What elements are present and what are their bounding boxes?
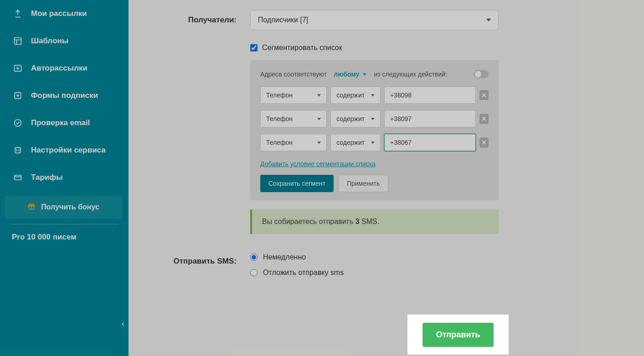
apply-segment-button[interactable]: Применить [338, 175, 388, 192]
sidebar: Мои рассылки Шаблоны Авторассылки Формы … [0, 0, 129, 356]
send-sms-label: Отправить SMS: [148, 251, 250, 266]
check-circle-icon [13, 118, 23, 127]
automation-icon [13, 64, 23, 73]
condition-op-select[interactable]: содержит [330, 110, 381, 127]
sidebar-item-label: Авторассылки [31, 64, 88, 73]
svg-rect-4 [15, 147, 21, 153]
sidebar-item-campaigns[interactable]: Мои рассылки [0, 0, 129, 27]
match-mode-value: любому [334, 71, 360, 78]
sidebar-item-label: Мои рассылки [31, 9, 87, 18]
chevron-down-icon [317, 118, 321, 120]
condition-field-select[interactable]: Телефон [260, 86, 327, 104]
cond-op-value: содержит [336, 92, 365, 99]
radio-delay-input[interactable] [250, 269, 258, 276]
chevron-down-icon [486, 19, 491, 21]
info-count: 3 [355, 218, 360, 225]
condition-row: Телефон содержит ✕ [260, 134, 489, 151]
info-banner: Вы собираетесь отправить 3 SMS. [250, 209, 499, 234]
remove-condition-button[interactable]: ✕ [479, 137, 489, 147]
add-condition-link[interactable]: Добавить условие сегментации списка [260, 160, 376, 168]
radio-delay-label: Отложить отправку sms [263, 269, 344, 277]
plan-info: Pro 10 000 писем [0, 230, 129, 244]
sidebar-item-verify[interactable]: Проверка email [0, 109, 129, 137]
condition-op-select[interactable]: содержит [330, 134, 381, 151]
send-highlight-box: Отправить [407, 315, 509, 355]
segment-prefix: Адреса соответствуют [260, 71, 327, 78]
radio-send-now[interactable]: Немедленно [250, 253, 499, 261]
cond-field-value: Телефон [266, 139, 293, 146]
segment-panel: Адреса соответствуют любому из следующих… [250, 60, 499, 200]
collapse-sidebar-button[interactable] [118, 319, 129, 330]
svg-rect-5 [15, 175, 21, 180]
chevron-down-icon [371, 94, 375, 97]
condition-field-select[interactable]: Телефон [260, 134, 327, 151]
match-mode-select[interactable]: любому [334, 71, 367, 78]
chevron-down-icon [317, 94, 321, 97]
gift-icon [27, 202, 36, 212]
divider [11, 224, 118, 224]
svg-point-3 [15, 120, 21, 127]
sidebar-item-templates[interactable]: Шаблоны [0, 27, 129, 55]
sidebar-item-pricing[interactable]: Тарифы [0, 164, 129, 191]
sidebar-item-label: Формы подписки [31, 91, 98, 100]
chevron-down-icon [317, 142, 321, 144]
sidebar-item-label: Тарифы [31, 173, 63, 182]
settings-icon [13, 146, 23, 155]
segment-checkbox[interactable] [250, 44, 258, 51]
condition-value-input[interactable] [384, 110, 476, 127]
recipients-label: Получатели: [148, 10, 250, 25]
condition-value-input[interactable] [384, 86, 476, 104]
radio-now-label: Немедленно [263, 253, 306, 261]
info-prefix: Вы собираетесь отправить [262, 218, 355, 225]
svg-rect-0 [15, 38, 21, 45]
remove-condition-button[interactable]: ✕ [479, 114, 489, 124]
segment-checkbox-label: Сегментировать список [262, 44, 342, 52]
condition-row: Телефон содержит ✕ [260, 110, 489, 127]
recipients-dropdown[interactable]: Подписчики [7] [250, 10, 499, 30]
condition-op-select[interactable]: содержит [330, 86, 381, 104]
condition-row: Телефон содержит ✕ [260, 86, 489, 104]
cond-op-value: содержит [336, 139, 365, 146]
main-panel: Получатели: Подписчики [7] Сегментироват… [129, 0, 644, 356]
bonus-label: Получить бонус [41, 203, 99, 211]
condition-field-select[interactable]: Телефон [260, 110, 327, 127]
cond-op-value: содержит [336, 115, 365, 122]
remove-condition-button[interactable]: ✕ [479, 90, 489, 100]
sidebar-item-label: Шаблоны [31, 36, 68, 46]
segment-toggle[interactable] [474, 70, 489, 78]
radio-send-delay[interactable]: Отложить отправку sms [250, 269, 499, 277]
forms-icon [13, 91, 23, 100]
chevron-down-icon [371, 142, 375, 144]
upload-icon [13, 9, 23, 18]
cond-field-value: Телефон [266, 92, 293, 99]
radio-now-input[interactable] [250, 254, 258, 261]
segment-suffix: из следующих действий: [374, 71, 447, 78]
condition-value-input[interactable] [384, 134, 476, 151]
sidebar-item-forms[interactable]: Формы подписки [0, 82, 129, 109]
sidebar-item-automations[interactable]: Авторассылки [0, 55, 129, 82]
info-suffix: SMS. [360, 218, 380, 225]
save-segment-button[interactable]: Сохранить сегмент [260, 175, 334, 192]
sidebar-item-label: Проверка email [31, 118, 90, 127]
card-icon [13, 173, 23, 182]
cond-field-value: Телефон [266, 115, 293, 122]
send-button[interactable]: Отправить [422, 323, 494, 347]
chevron-down-icon [371, 118, 375, 120]
templates-icon [13, 36, 23, 46]
sidebar-item-settings[interactable]: Настройки сервиса [0, 137, 129, 164]
sidebar-item-label: Настройки сервиса [31, 146, 106, 155]
dropdown-value: Подписчики [7] [258, 16, 308, 24]
get-bonus-button[interactable]: Получить бонус [5, 196, 122, 219]
chevron-down-icon [363, 73, 366, 76]
